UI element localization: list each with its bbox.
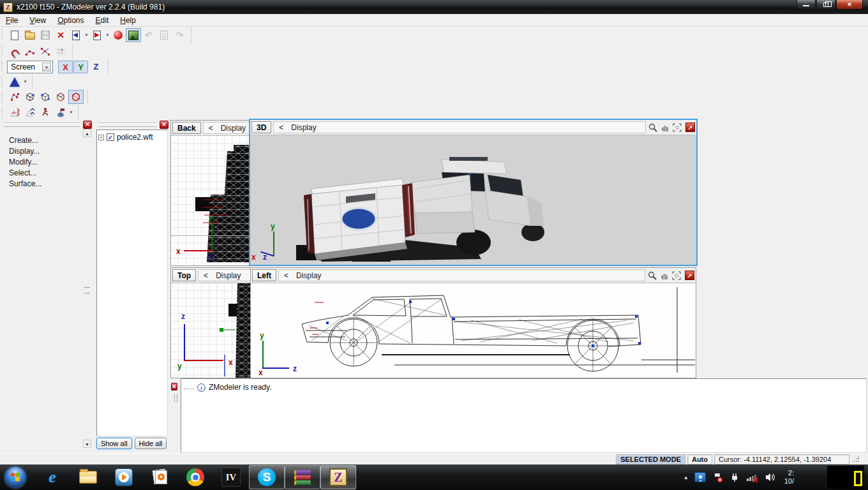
taskbar-zmodeler[interactable]: Z (320, 465, 356, 489)
viewport-nav-back-icon[interactable]: < (279, 123, 283, 132)
taskbar-file-explorer[interactable] (70, 465, 106, 489)
viewport-maximize-button[interactable]: ↗ (685, 122, 695, 132)
undo-button[interactable]: ↶ (141, 28, 156, 42)
new-file-button[interactable] (7, 28, 22, 42)
expand-icon[interactable]: + (98, 135, 104, 140)
tray-power-plug-icon[interactable] (729, 471, 740, 483)
render-button[interactable] (110, 28, 126, 42)
snap-grid-button[interactable] (53, 45, 68, 59)
environment-button[interactable] (126, 28, 141, 42)
tray-signal-strength-icon[interactable] (746, 471, 759, 483)
scroll-down-button[interactable]: ▼ (83, 440, 91, 448)
scene-tree[interactable]: + ✓ police2.wft (96, 130, 168, 436)
tree-panel-close-button[interactable]: ✕ (160, 121, 168, 129)
viewport-display-menu[interactable]: Display (291, 123, 316, 132)
taskbar-skype[interactable]: S (249, 465, 285, 489)
redo-button[interactable]: ↷ (172, 28, 187, 42)
panel-drag-handle[interactable] (98, 122, 157, 127)
viewport-left[interactable]: Left < Display ↗ (250, 267, 696, 378)
viewport-3d-name-button[interactable]: 3D (251, 121, 271, 133)
viewport-left-name-button[interactable]: Left (252, 269, 276, 281)
primitives-dropdown-arrow[interactable]: ▼ (22, 80, 28, 84)
toolbar-grip[interactable] (1, 61, 4, 71)
save-button[interactable] (38, 28, 53, 42)
menu-options[interactable]: Options (52, 15, 89, 26)
log-panel-drag-handle[interactable] (174, 394, 177, 403)
create-cone-button[interactable] (7, 75, 22, 89)
vertices-level-button[interactable] (7, 90, 22, 104)
taskbar-media-player[interactable] (106, 465, 142, 489)
toolbar-grip[interactable] (1, 46, 4, 57)
taskbar-internet-explorer[interactable]: e (34, 465, 70, 489)
menu-view[interactable]: View (24, 15, 52, 26)
viewport-maximize-button[interactable]: ↗ (685, 271, 694, 280)
pan-hand-icon[interactable] (660, 122, 670, 133)
viewport-left-menu-bar[interactable]: < Display (278, 269, 645, 281)
taskbar-winrar[interactable] (285, 465, 320, 489)
auto-indicator[interactable]: Auto (687, 454, 712, 464)
menu-edit[interactable]: Edit (90, 15, 115, 26)
orbit-tool-icon[interactable] (671, 271, 682, 281)
open-file-button[interactable] (22, 28, 38, 42)
hide-all-button[interactable]: Hide all (135, 438, 167, 449)
axis-x-toggle[interactable]: X (58, 61, 73, 73)
weld-vertices-button[interactable] (38, 45, 53, 59)
toolbar-grip[interactable] (1, 77, 4, 87)
import-dropdown-arrow[interactable]: ▼ (84, 33, 89, 37)
toolbar-grip[interactable] (1, 29, 4, 41)
command-surface[interactable]: Surface... (9, 179, 93, 189)
command-modify[interactable]: Modify... (9, 157, 93, 168)
command-select[interactable]: Select... (9, 168, 93, 179)
axis-z-toggle[interactable]: Z (89, 61, 103, 73)
command-panel-scrollbar[interactable]: ▲ ▼ (83, 129, 92, 448)
viewport-nav-back-icon[interactable]: < (204, 271, 208, 280)
command-display[interactable]: Display... (9, 146, 93, 157)
import-button[interactable] (68, 28, 84, 42)
taskbar-gta-iv[interactable]: IV (213, 465, 249, 489)
menu-help[interactable]: Help (114, 15, 142, 26)
viewport-top-name-button[interactable]: Top (172, 269, 196, 281)
log-output[interactable]: i ZModeler is ready. (181, 378, 867, 453)
resize-grip[interactable] (853, 456, 859, 463)
show-all-button[interactable]: Show all (96, 438, 132, 449)
delete-button[interactable]: ✕ (53, 28, 68, 42)
viewport-3d-canvas[interactable]: y x z (250, 135, 696, 265)
command-create[interactable]: Create... (9, 135, 93, 146)
history-button[interactable] (156, 28, 172, 42)
log-panel-close-button[interactable]: ✕ (171, 383, 177, 390)
tray-clock[interactable]: 2: 10/ (784, 469, 794, 486)
start-button[interactable] (5, 467, 26, 487)
close-button[interactable]: ✕ (836, 0, 863, 10)
viewport-left-canvas[interactable]: y x z (251, 283, 696, 378)
restore-button[interactable] (816, 0, 835, 10)
zoom-tool-icon[interactable] (647, 271, 657, 281)
export-dropdown-arrow[interactable]: ▼ (105, 33, 110, 37)
tree-node-label[interactable]: police2.wft (117, 133, 153, 142)
viewport-back-name-button[interactable]: Back (172, 122, 201, 134)
toolbar-grip[interactable] (1, 92, 4, 103)
viewport-3d-menu-bar[interactable]: < Display (273, 121, 646, 133)
viewport-display-menu[interactable]: Display (221, 124, 246, 133)
tray-network-monitor-icon[interactable] (694, 472, 706, 482)
visibility-checkbox[interactable]: ✓ (107, 133, 114, 141)
title-bar[interactable]: Z x2100 f150 - ZModeler ver 2.2.4 (Build… (0, 0, 868, 14)
tray-action-center-flag-icon[interactable] (712, 471, 723, 483)
orbit-tool-icon[interactable] (672, 122, 682, 133)
taskbar-chrome[interactable] (177, 465, 213, 489)
viewport-nav-back-icon[interactable]: < (284, 271, 288, 280)
flag-tool-button[interactable] (53, 105, 68, 119)
viewport-display-menu[interactable]: Display (216, 271, 241, 280)
tree-node-root[interactable]: + ✓ police2.wft (98, 133, 166, 142)
taskbar-photo-gallery[interactable] (142, 465, 177, 489)
edges-level-button[interactable] (22, 90, 38, 104)
morph-up-button[interactable] (22, 105, 38, 119)
viewport-nav-back-icon[interactable]: < (209, 124, 213, 133)
zoom-tool-icon[interactable] (648, 122, 658, 133)
viewport-display-menu[interactable]: Display (296, 271, 321, 280)
minimize-button[interactable] (797, 0, 816, 10)
scroll-up-button[interactable]: ▲ (83, 129, 91, 137)
scroll-thumb[interactable] (84, 287, 90, 293)
animation-button[interactable] (38, 105, 53, 119)
morph-down-button[interactable] (7, 105, 22, 119)
axis-y-toggle[interactable]: Y (73, 61, 88, 73)
